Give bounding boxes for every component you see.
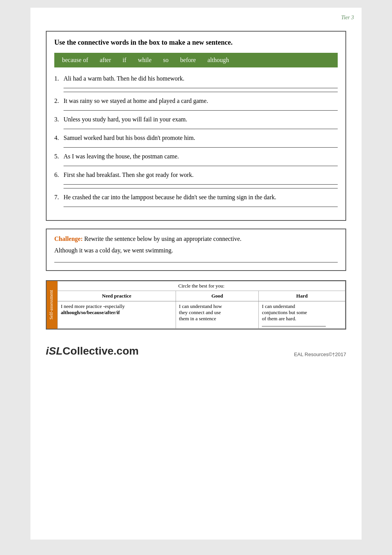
sentence-3-num: 3. xyxy=(54,116,59,123)
challenge-box: Challenge: Rewrite the sentence below by… xyxy=(46,229,346,271)
word-although: although xyxy=(208,57,229,64)
hard-answer-line[interactable] xyxy=(262,326,326,326)
answer-line-7[interactable] xyxy=(64,206,338,207)
challenge-answer-line[interactable] xyxy=(54,262,338,262)
word-so: so xyxy=(163,57,169,64)
col1-content: I need more practice -especially althoug… xyxy=(58,301,176,329)
challenge-sentence: Although it was a cold day, we went swim… xyxy=(54,247,338,254)
sentence-7: 7. He crashed the car into the lamppost … xyxy=(54,194,338,207)
answer-line-2[interactable] xyxy=(64,110,338,111)
sentence-1-text: 1. Ali had a warm bath. Then he did his … xyxy=(54,75,338,82)
col2-content: I can understand howthey connect and use… xyxy=(176,301,259,329)
self-assessment-row: I need more practice -especially althoug… xyxy=(58,301,345,329)
copyright-text: EAL Resources©†2017 xyxy=(294,352,346,357)
self-assessment-table: Circle the best for you: Need practice G… xyxy=(57,281,345,329)
answer-line-6a[interactable] xyxy=(64,184,338,185)
answer-line-4[interactable] xyxy=(64,147,338,148)
self-assessment: Self-assessment Circle the best for you:… xyxy=(46,280,346,330)
sentence-2-num: 2. xyxy=(54,98,59,104)
answer-line-1a[interactable] xyxy=(64,87,338,88)
main-exercise-box: Use the connective words in the box to m… xyxy=(46,31,346,221)
isl-part: iSL xyxy=(46,345,63,357)
main-title: Use the connective words in the box to m… xyxy=(54,39,338,47)
col3-content: I can understandconjunctions but someof … xyxy=(259,301,345,329)
col-good: Good xyxy=(176,291,259,301)
sentence-5-text: 5. As I was leaving the house, the postm… xyxy=(54,153,338,160)
answer-line-6b[interactable] xyxy=(64,188,338,188)
sentence-5: 5. As I was leaving the house, the postm… xyxy=(54,153,338,166)
sentence-6: 6. First she had breakfast. Then she got… xyxy=(54,172,338,188)
column-headers: Need practice Good Hard xyxy=(58,291,345,301)
challenge-description: Rewrite the sentence below by using an a… xyxy=(84,235,241,242)
sentence-2: 2. It was rainy so we stayed at home and… xyxy=(54,98,338,111)
answer-line-3[interactable] xyxy=(64,128,338,129)
col-need-practice: Need practice xyxy=(58,291,176,301)
brand-name: iSLCollective.com xyxy=(46,345,139,357)
connective-word-box: because of after if while so before alth… xyxy=(54,53,338,67)
circle-label: Circle the best for you: xyxy=(58,281,345,291)
sentence-4: 4. Samuel worked hard but his boss didn'… xyxy=(54,135,338,148)
col1-bold: although/so/because/after/if xyxy=(61,309,120,315)
word-while: while xyxy=(138,57,152,64)
sentence-2-text: 2. It was rainy so we stayed at home and… xyxy=(54,98,338,104)
answer-line-5[interactable] xyxy=(64,165,338,166)
sentence-7-text: 7. He crashed the car into the lamppost … xyxy=(54,194,338,201)
collective-part: Collective.com xyxy=(63,345,139,357)
sentence-6-text: 6. First she had breakfast. Then she got… xyxy=(54,172,338,178)
circle-row: Circle the best for you: xyxy=(58,281,345,291)
word-because-of: because of xyxy=(62,57,88,64)
sentence-4-text: 4. Samuel worked hard but his boss didn'… xyxy=(54,135,338,141)
tier-label: Tier 3 xyxy=(341,15,354,21)
sentence-1: 1. Ali had a warm bath. Then he did his … xyxy=(54,75,338,92)
answer-line-1b[interactable] xyxy=(64,91,338,92)
sentence-7-num: 7. xyxy=(54,194,59,201)
sentence-3: 3. Unless you study hard, you will fail … xyxy=(54,116,338,129)
sentence-3-text: 3. Unless you study hard, you will fail … xyxy=(54,116,338,123)
sentence-5-num: 5. xyxy=(54,153,59,160)
self-assessment-label: Self-assessment xyxy=(47,281,57,329)
sentence-1-num: 1. xyxy=(54,75,59,82)
sentence-6-num: 6. xyxy=(54,172,59,178)
challenge-title: Challenge: Rewrite the sentence below by… xyxy=(54,235,338,242)
word-if: if xyxy=(122,57,126,64)
sentence-4-num: 4. xyxy=(54,135,59,141)
challenge-label: Challenge: xyxy=(54,235,83,242)
word-after: after xyxy=(100,57,111,64)
word-before: before xyxy=(180,57,196,64)
col-hard: Hard xyxy=(259,291,345,301)
